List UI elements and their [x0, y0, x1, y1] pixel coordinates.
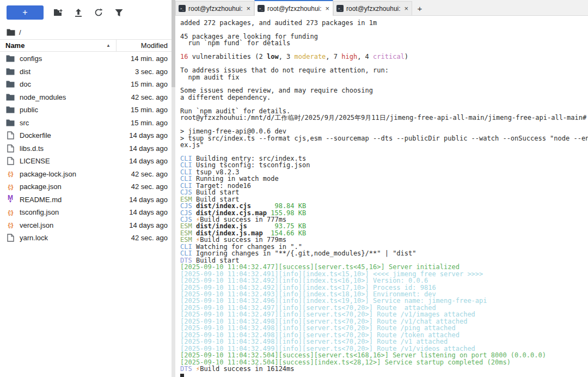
column-divider — [116, 40, 117, 51]
file-name: doc — [20, 80, 118, 88]
file-name: README.md — [20, 196, 118, 204]
column-name[interactable]: Name ▲ — [5, 41, 116, 50]
sort-ascending-icon: ▲ — [106, 43, 111, 48]
json-icon: {:} — [5, 183, 15, 191]
terminal-line: CLI Using tsconfig: tsconfig.json — [180, 162, 588, 168]
terminal-line: DTS ⚡Build success in 16124ms — [180, 366, 588, 372]
file-modified-time: 14 days ago — [118, 157, 168, 165]
terminal-tab[interactable]: >_root@yfzxzhouhui: /mnt/d× — [333, 1, 412, 15]
terminal-icon: >_ — [258, 5, 265, 12]
file-icon — [5, 157, 15, 166]
folder-icon — [7, 29, 15, 36]
tab-bar: >_root@yfzxzhouhui: /mnt/d×>_root@yfzxzh… — [175, 0, 588, 16]
file-modified-time: 14 days ago — [118, 208, 168, 216]
file-row[interactable]: LICENSE14 days ago — [0, 155, 175, 168]
terminal-cursor-line — [180, 372, 588, 377]
scrollbar[interactable] — [171, 0, 175, 377]
file-row[interactable]: node_modules42 sec. ago — [0, 91, 175, 104]
file-modified-time: 15 min. ago — [118, 119, 168, 127]
terminal-tab[interactable]: >_root@yfzxzhouhui: /mnt/d× — [254, 0, 333, 16]
file-modified-time: 42 sec. ago — [118, 234, 168, 242]
file-row[interactable]: public15 min. ago — [0, 104, 175, 117]
close-icon[interactable]: × — [246, 4, 251, 13]
terminal-line: added 272 packages, and audited 273 pack… — [180, 20, 588, 26]
breadcrumb[interactable]: / — [0, 25, 175, 39]
folder-icon — [5, 118, 15, 127]
file-name: dist — [20, 68, 118, 76]
file-name: public — [20, 106, 118, 114]
file-icon — [5, 144, 15, 153]
new-folder-icon[interactable] — [53, 7, 64, 18]
file-row[interactable]: doc15 min. ago — [0, 78, 175, 91]
file-icon — [5, 131, 15, 140]
terminal-icon: >_ — [336, 5, 344, 12]
terminal-tab[interactable]: >_root@yfzxzhouhui: /mnt/d× — [175, 1, 254, 15]
markdown-icon: M▼ — [5, 195, 15, 204]
file-name: package.json — [20, 183, 118, 191]
file-modified-time: 15 min. ago — [118, 80, 168, 88]
file-list: configs14 min. agodist3 sec. agodoc15 mi… — [0, 52, 175, 245]
column-name-label: Name — [5, 41, 24, 50]
refresh-icon[interactable] — [93, 7, 104, 18]
file-row[interactable]: configs14 min. ago — [0, 52, 175, 65]
close-icon[interactable]: × — [403, 4, 409, 13]
column-modified[interactable]: Modified — [120, 41, 168, 50]
file-modified-time: 3 sec. ago — [118, 68, 168, 76]
file-row[interactable]: {:}vercel.json14 days ago — [0, 219, 175, 232]
json-icon: {:} — [5, 208, 15, 217]
file-row[interactable]: {:}package-lock.json42 sec. ago — [0, 168, 175, 181]
terminal-line: 16 vulnerabilities (2 low, 3 moderate, 7… — [180, 53, 588, 60]
file-name: node_modules — [20, 93, 118, 101]
file-name: configs — [20, 54, 118, 63]
file-name: src — [20, 119, 118, 127]
terminal-output[interactable]: added 272 packages, and audited 273 pack… — [175, 16, 588, 377]
file-row[interactable]: dist3 sec. ago — [0, 65, 175, 78]
file-modified-time: 14 days ago — [118, 196, 168, 204]
file-modified-time: 42 sec. ago — [118, 93, 168, 101]
terminal-icon: >_ — [179, 5, 186, 12]
folder-icon — [5, 80, 15, 89]
file-row[interactable]: {:}tsconfig.json14 days ago — [0, 206, 175, 219]
file-modified-time: 14 days ago — [118, 131, 168, 139]
terminal-line: To address issues that do not require at… — [180, 67, 588, 74]
file-modified-time: 42 sec. ago — [118, 183, 168, 191]
file-name: libs.d.ts — [20, 144, 118, 153]
file-modified-time: 42 sec. ago — [118, 170, 168, 178]
app-window: + — [0, 0, 588, 377]
folder-icon — [5, 54, 15, 63]
json-icon: {:} — [5, 169, 15, 178]
file-row[interactable]: src15 min. ago — [0, 117, 175, 130]
terminal-line: root@yfzxzhouhui:/mnt/d/工作临时/2025/9月/202… — [180, 114, 588, 121]
file-icon — [5, 234, 15, 242]
scrollbar-thumb[interactable] — [171, 0, 175, 87]
file-modified-time: 14 days ago — [118, 144, 168, 153]
terminal-panel: >_root@yfzxzhouhui: /mnt/d×>_root@yfzxzh… — [175, 0, 588, 377]
terminal-line: npm audit fix — [180, 74, 588, 81]
file-row[interactable]: {:}package.json42 sec. ago — [0, 180, 175, 193]
new-file-button[interactable]: + — [7, 5, 44, 20]
file-name: LICENSE — [20, 157, 118, 165]
folder-icon — [5, 93, 15, 101]
file-row[interactable]: Dockerfile14 days ago — [0, 129, 175, 142]
terminal-line: run `npm fund` for details — [180, 40, 588, 46]
close-icon[interactable]: × — [324, 4, 330, 13]
file-name: package-lock.json — [20, 170, 118, 178]
json-icon: {:} — [5, 221, 15, 229]
filter-icon[interactable] — [113, 7, 124, 18]
file-name: tsconfig.json — [20, 208, 118, 216]
file-modified-time: 14 days ago — [118, 221, 168, 229]
tab-title: root@yfzxzhouhui: /mnt/d — [267, 5, 322, 13]
terminal-line: ex.js" — [180, 142, 588, 148]
file-name: yarn.lock — [20, 234, 118, 242]
terminal-line: a different dependency. — [180, 94, 588, 101]
breadcrumb-path: / — [19, 28, 21, 37]
file-row[interactable]: M▼README.md14 days ago — [0, 193, 175, 206]
terminal-line: CJS Build start — [180, 189, 588, 196]
terminal-cursor — [180, 374, 184, 377]
folder-icon — [5, 106, 15, 114]
file-modified-time: 15 min. ago — [118, 106, 168, 114]
upload-icon[interactable] — [73, 7, 84, 18]
new-tab-button[interactable]: + — [412, 1, 427, 15]
file-row[interactable]: libs.d.ts14 days ago — [0, 142, 175, 155]
file-row[interactable]: yarn.lock42 sec. ago — [0, 232, 175, 245]
